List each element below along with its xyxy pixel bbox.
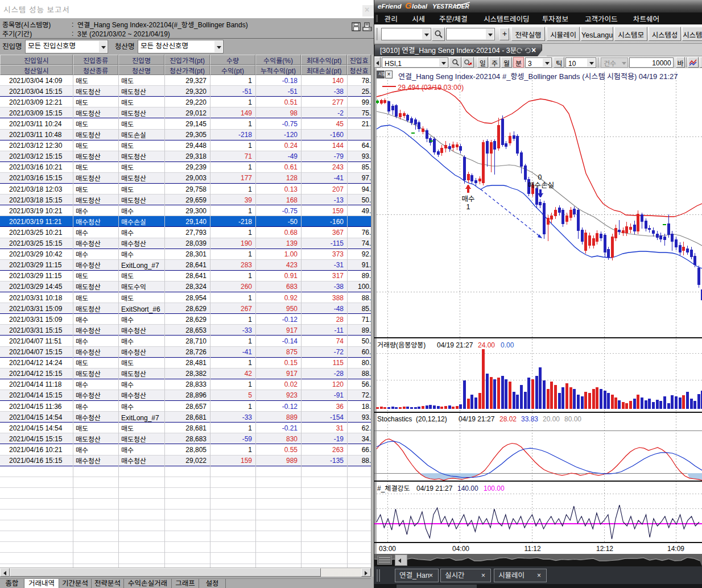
svg-text:Stochastics (20,12,12): Stochastics (20,12,12) bbox=[377, 415, 447, 423]
svg-text:12:12: 12:12 bbox=[596, 545, 613, 553]
svg-text:1: 1 bbox=[466, 203, 470, 211]
svg-text:140.00: 140.00 bbox=[457, 485, 478, 492]
svg-text:33.83: 33.83 bbox=[521, 415, 538, 423]
svg-text:24.00: 24.00 bbox=[478, 341, 495, 349]
svg-text:거래량(음봉양봉): 거래량(음봉양봉) bbox=[377, 339, 426, 349]
svg-text:04/19 21:27: 04/19 21:27 bbox=[459, 415, 495, 423]
svg-text:0.00: 0.00 bbox=[501, 341, 514, 349]
svg-text:03:00: 03:00 bbox=[379, 545, 396, 553]
svg-text:매수: 매수 bbox=[461, 193, 474, 204]
svg-text:14:09: 14:09 bbox=[667, 545, 684, 553]
svg-text:11:12: 11:12 bbox=[524, 545, 540, 553]
svg-text:04/19 21:27: 04/19 21:27 bbox=[437, 341, 473, 349]
svg-text:04/19 21:27: 04/19 21:27 bbox=[416, 485, 453, 492]
svg-text:#_체결강도: #_체결강도 bbox=[377, 483, 410, 492]
svg-text:20.00: 20.00 bbox=[543, 415, 560, 423]
svg-text:100.00: 100.00 bbox=[484, 485, 505, 492]
svg-text:28.02: 28.02 bbox=[499, 415, 517, 423]
svg-text:매수손실: 매수손실 bbox=[528, 179, 554, 190]
svg-text:80.00: 80.00 bbox=[564, 415, 581, 423]
svg-text:29,494 (03/19 03:00): 29,494 (03/19 03:00) bbox=[398, 84, 464, 92]
svg-text:04:00: 04:00 bbox=[452, 545, 469, 553]
